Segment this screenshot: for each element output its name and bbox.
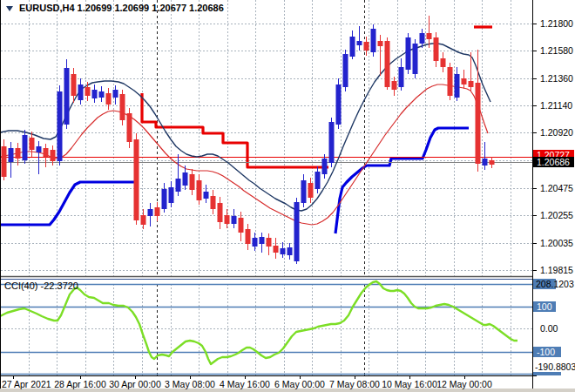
time-axis-label: 6 May 00:00	[272, 379, 328, 389]
cci-level-m200-badge	[533, 372, 561, 375]
price-axis-label: 1.20475	[540, 183, 573, 193]
time-axis-label: 27 Apr 2021	[2, 379, 58, 389]
price-axis[interactable]: 1.20727 1.20686 208.1203 100 0.00 -100 -…	[533, 0, 575, 389]
symbol-dropdown-icon[interactable]	[6, 6, 13, 11]
price-axis-label: 1.21580	[540, 45, 573, 56]
price-axis-label: 1.21800	[540, 18, 573, 29]
price-axis-label: 1.20035	[540, 238, 573, 248]
time-axis-label: 4 May 16:00	[217, 379, 273, 389]
cci-level-m100-badge: -100	[533, 347, 561, 357]
price-axis-label: 1.19815	[540, 265, 573, 275]
price-axis-label: 1.20255	[540, 210, 573, 220]
indicator-label: CCI(40) -22.3720	[4, 280, 78, 291]
symbol-ohlc-text: EURUSD,H4 1.20699 1.20699 1.20677 1.2068…	[19, 3, 224, 13]
time-axis-label: 7 May 08:00	[327, 379, 382, 389]
chart-title: EURUSD,H4 1.20699 1.20699 1.20677 1.2068…	[4, 3, 224, 13]
time-axis-label: 10 May 16:00	[382, 379, 437, 389]
time-axis-label: 3 May 08:00	[162, 379, 218, 389]
price-axis-label: 1.21360	[540, 73, 573, 84]
time-axis-label: 30 Apr 00:00	[107, 379, 163, 389]
cci-max-label: 208.1203	[536, 279, 574, 289]
bid-price-badge: 1.20686	[533, 157, 574, 167]
cci-zero-label: 0.00	[540, 323, 558, 334]
time-axis-label: 28 Apr 16:00	[52, 379, 108, 389]
mt4-chart-window: EURUSD,H4 1.20699 1.20699 1.20677 1.2068…	[0, 0, 575, 392]
chart-canvas[interactable]	[0, 0, 575, 392]
price-axis-label: 1.20920	[540, 127, 573, 138]
time-axis[interactable]: 27 Apr 202128 Apr 16:0030 Apr 00:003 May…	[0, 377, 533, 390]
price-axis-label: 1.21140	[540, 100, 572, 111]
time-axis-label: 12 May 00:00	[436, 379, 492, 389]
cci-level-100-badge: 100	[533, 301, 556, 312]
cci-min-label: -190.8803	[535, 362, 575, 372]
